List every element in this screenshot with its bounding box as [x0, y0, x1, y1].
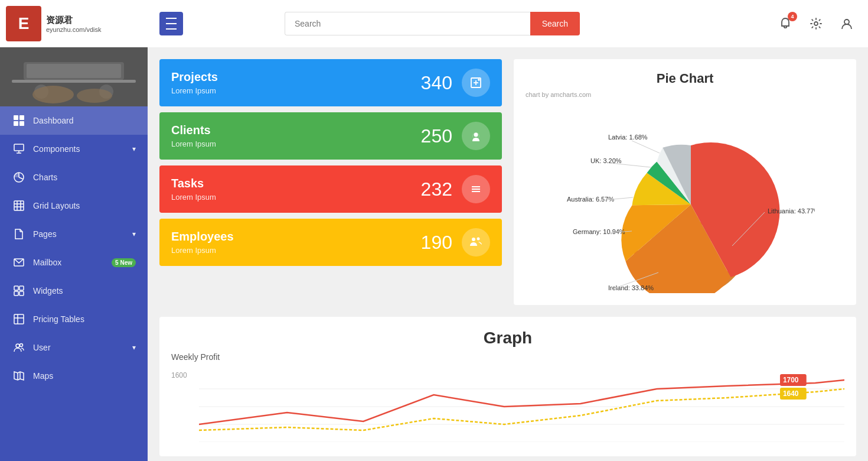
search-input[interactable] [285, 12, 530, 35]
svg-rect-30 [14, 314, 24, 324]
notification-button[interactable]: 4 [776, 14, 795, 33]
user-avatar-button[interactable] [837, 14, 856, 33]
search-button[interactable]: Search [530, 12, 580, 35]
tasks-subtitle: Lorem Ipsum [171, 193, 216, 202]
projects-right: 340 [421, 69, 490, 97]
svg-marker-35 [14, 372, 24, 380]
svg-line-62 [611, 163, 651, 167]
pie-icon [12, 170, 26, 184]
sidebar-item-maps[interactable]: Maps [0, 362, 148, 390]
pricing-tables-label: Pricing Tables [33, 314, 84, 324]
main-content: Search 4 [148, 0, 868, 461]
svg-point-42 [844, 20, 849, 24]
employees-number: 190 [421, 232, 452, 254]
graph-section: Graph Weekly Profit 1600 [159, 317, 856, 456]
svg-point-51 [472, 238, 475, 241]
svg-rect-18 [14, 201, 24, 210]
tasks-icon [462, 175, 490, 203]
svg-rect-27 [19, 286, 24, 290]
sidebar-item-widgets[interactable]: Widgets [0, 277, 148, 305]
mailbox-label: Mailbox [33, 258, 61, 267]
logo-subtitle: eyunzhu.com/vdisk [46, 26, 102, 33]
svg-rect-3 [27, 64, 121, 78]
content-grid: Projects Lorem Ipsum 340 [159, 59, 856, 305]
svg-rect-8 [14, 115, 18, 120]
content-area: Projects Lorem Ipsum 340 [148, 47, 868, 461]
sidebar-item-grid-layouts[interactable]: Grid Layouts [0, 191, 148, 220]
mailbox-badge: 5 New [112, 258, 136, 267]
y-label: 1600 [171, 371, 187, 379]
svg-point-7 [77, 89, 112, 103]
sidebar-logo: E 资源君 eyunzhu.com/vdisk [0, 0, 148, 47]
pages-label: Pages [33, 229, 57, 239]
employees-card: Employees Lorem Ipsum 190 [159, 219, 502, 266]
svg-text:1640: 1640 [783, 389, 799, 398]
widget-icon [12, 284, 26, 298]
sidebar: E 资源君 eyunzhu.com/vdisk [0, 0, 148, 461]
user-chevron-icon: ▾ [132, 343, 136, 352]
map-icon [12, 369, 26, 383]
logo-icon: E [6, 6, 41, 41]
chart-credit: chart by amcharts.com [526, 91, 844, 98]
projects-info: Projects Lorem Ipsum [171, 70, 218, 95]
pie-chart-title: Pie Chart [526, 71, 844, 86]
svg-rect-11 [19, 121, 24, 126]
sidebar-item-charts[interactable]: Charts [0, 163, 148, 191]
mail-icon [12, 255, 26, 270]
svg-rect-10 [14, 121, 18, 126]
logo-text: 资源君 eyunzhu.com/vdisk [46, 15, 102, 33]
header: Search 4 [148, 0, 868, 47]
svg-line-17 [19, 177, 23, 179]
svg-text:UK: 3.20%: UK: 3.20% [590, 157, 622, 164]
pie-chart-card: Pie Chart chart by amcharts.com [514, 59, 856, 305]
clients-subtitle: Lorem Ipsum [171, 139, 216, 148]
svg-point-52 [477, 238, 480, 241]
projects-subtitle: Lorem Ipsum [171, 86, 218, 95]
projects-icon [462, 69, 490, 97]
logo-title: 资源君 [46, 15, 102, 26]
svg-text:Germany: 10.94%: Germany: 10.94% [573, 228, 625, 235]
clients-right: 250 [421, 122, 490, 150]
tasks-card: Tasks Lorem Ipsum 232 [159, 165, 502, 213]
graph-svg: 1700 1640 [199, 371, 844, 442]
sidebar-item-pages[interactable]: Pages ▾ [0, 220, 148, 248]
employees-icon [462, 228, 490, 257]
table-icon [12, 199, 26, 213]
svg-rect-28 [14, 291, 18, 296]
clients-info: Clients Lorem Ipsum [171, 124, 216, 148]
employees-info: Employees Lorem Ipsum [171, 230, 234, 255]
label-lithuania: Lithuania: 43.77% [768, 207, 815, 215]
tasks-right: 232 [421, 175, 490, 203]
svg-rect-9 [19, 115, 24, 120]
svg-rect-12 [14, 144, 24, 151]
employees-subtitle: Lorem Ipsum [171, 246, 234, 255]
svg-text:1700: 1700 [783, 376, 799, 384]
graph-title: Graph [171, 329, 844, 348]
svg-text:Australia: 6.57%: Australia: 6.57% [567, 196, 614, 203]
chevron-icon: ▾ [132, 145, 136, 153]
svg-point-6 [32, 86, 74, 103]
svg-point-46 [474, 133, 478, 137]
sidebar-nav: Dashboard Components ▾ [0, 106, 148, 390]
dashboard-label: Dashboard [33, 116, 74, 125]
sidebar-item-pricing-tables[interactable]: Pricing Tables [0, 305, 148, 333]
graph-subtitle: Weekly Profit [171, 352, 844, 362]
svg-rect-29 [19, 291, 24, 296]
tasks-number: 232 [421, 178, 452, 200]
projects-title: Projects [171, 70, 218, 84]
settings-button[interactable] [807, 14, 825, 33]
sidebar-item-user[interactable]: User ▾ [0, 333, 148, 362]
clients-title: Clients [171, 124, 216, 137]
sidebar-item-dashboard[interactable]: Dashboard [0, 106, 148, 135]
svg-rect-1 [12, 80, 136, 83]
menu-toggle-button[interactable] [159, 12, 183, 35]
grid-icon [12, 113, 26, 128]
components-label: Components [33, 144, 80, 154]
svg-line-64 [632, 141, 660, 153]
pricing-icon [12, 312, 26, 326]
projects-number: 340 [421, 72, 452, 94]
projects-card: Projects Lorem Ipsum 340 [159, 59, 502, 106]
sidebar-item-components[interactable]: Components ▾ [0, 135, 148, 163]
employees-right: 190 [421, 228, 490, 257]
sidebar-item-mailbox[interactable]: Mailbox 5 New [0, 248, 148, 277]
